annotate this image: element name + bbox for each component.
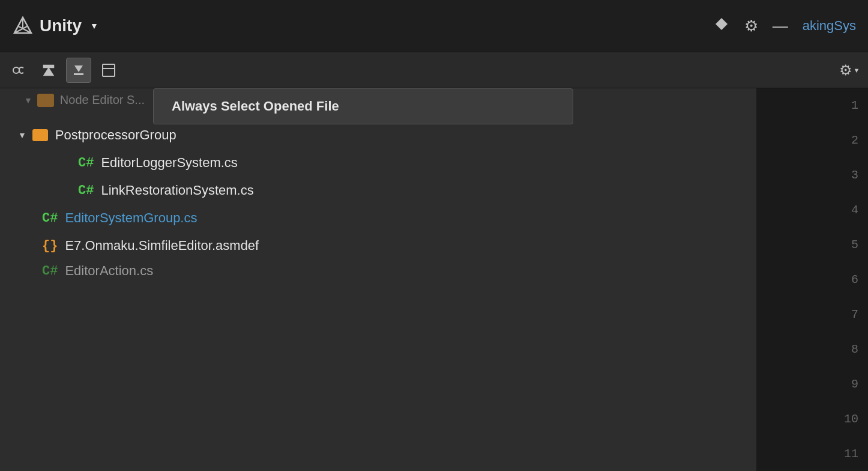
line-number-9: 9: [756, 366, 868, 401]
always-select-opened-file-item[interactable]: Always Select Opened File: [154, 89, 573, 124]
svg-point-6: [13, 67, 19, 73]
list-item-editorsystemgroup[interactable]: C# EditorSystemGroup.cs: [6, 204, 750, 232]
svg-marker-10: [74, 65, 83, 72]
unity-logo-icon: [12, 15, 34, 37]
line-numbers-panel: 1 2 3 4 5 6 7 8 9 10 11: [756, 88, 868, 471]
line-number-3: 3: [756, 158, 868, 193]
cs-badge-icon: C#: [78, 183, 94, 198]
file-name-partial: EditorAction.cs: [65, 263, 153, 279]
folder-icon: [32, 129, 48, 141]
line-number-7: 7: [756, 297, 868, 332]
list-item-asmdef[interactable]: {} E7.Onmaku.SimfileEditor.asmdef: [6, 232, 750, 260]
header-folder-icon: [37, 94, 54, 107]
title-bar-left: Unity ▼: [12, 15, 98, 37]
folder-arrow-icon: ▼: [18, 130, 26, 140]
line-number-1: 1: [756, 88, 868, 123]
svg-marker-8: [44, 68, 53, 75]
title-dropdown-arrow[interactable]: ▼: [90, 21, 98, 31]
cs-badge-icon: C#: [78, 156, 94, 171]
cs-badge-icon: C#: [42, 264, 58, 279]
line-number-4: 4: [756, 193, 868, 228]
line-number-11: 11: [756, 436, 868, 471]
scroll-up-button[interactable]: [36, 58, 61, 83]
scroll-down-button[interactable]: [66, 58, 91, 83]
svg-marker-5: [716, 24, 728, 30]
asmdef-badge-icon: {}: [42, 239, 58, 254]
svg-marker-4: [716, 18, 728, 24]
file-name: LinkRestorationSystem.cs: [101, 183, 253, 198]
list-item-editoraction[interactable]: C# EditorAction.cs: [6, 260, 750, 282]
svg-rect-11: [103, 64, 115, 76]
svg-rect-9: [74, 73, 83, 75]
list-item-editorloggersystem[interactable]: C# EditorLoggerSystem.cs: [6, 149, 750, 177]
folder-postprocessorgroup[interactable]: ▼ PostprocessorGroup: [6, 121, 750, 149]
title-bar-right: ⚙ — akingSys: [713, 16, 856, 36]
cs-badge-icon: C#: [42, 211, 58, 226]
line-number-5: 5: [756, 228, 868, 263]
title-bar: Unity ▼ ⚙ — akingSys: [0, 0, 868, 52]
file-name: EditorLoggerSystem.cs: [101, 155, 237, 171]
settings-icon[interactable]: ⚙: [744, 17, 758, 35]
toolbar-settings-button[interactable]: ⚙ ▼: [837, 58, 862, 83]
file-name: E7.Onmaku.SimfileEditor.asmdef: [65, 238, 259, 254]
file-tree: ▼ PostprocessorGroup C# EditorLoggerSyst…: [0, 121, 756, 282]
line-number-2: 2: [756, 123, 868, 158]
layout-button[interactable]: [96, 58, 121, 83]
toolbar: ⚙ ▼: [0, 52, 868, 88]
header-folder-name: Node Editor S...: [60, 93, 145, 107]
minimize-icon[interactable]: —: [773, 17, 788, 35]
line-number-10: 10: [756, 401, 868, 436]
file-name-active: EditorSystemGroup.cs: [65, 210, 197, 226]
sync-button[interactable]: [6, 58, 31, 83]
window-title-partial: akingSys: [803, 18, 856, 34]
collapse-icon[interactable]: [713, 16, 730, 36]
dropdown-menu: Always Select Opened File: [153, 88, 573, 124]
svg-rect-7: [44, 65, 53, 67]
line-number-6: 6: [756, 263, 868, 297]
file-panel: ▼ Node Editor S... Always Select Opened …: [0, 88, 756, 471]
main-content: ▼ Node Editor S... Always Select Opened …: [0, 88, 868, 471]
line-number-8: 8: [756, 332, 868, 366]
folder-name: PostprocessorGroup: [55, 127, 176, 143]
app-title: Unity: [40, 16, 82, 35]
list-item-linkrestorationsystem[interactable]: C# LinkRestorationSystem.cs: [6, 177, 750, 204]
